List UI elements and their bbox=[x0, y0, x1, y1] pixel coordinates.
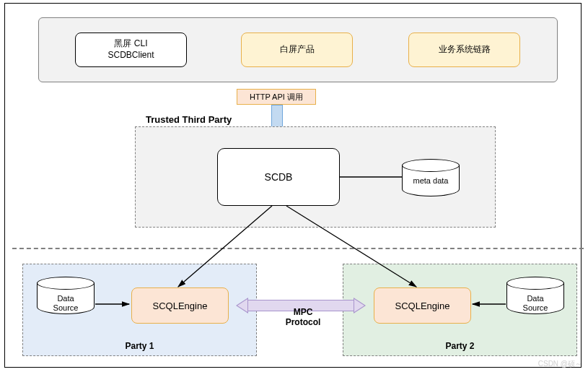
data-source-1-label: Data Source bbox=[37, 294, 95, 313]
data-source-2-label: Data Source bbox=[506, 294, 564, 313]
scdb-box: SCDB bbox=[217, 148, 340, 206]
http-api-label: HTTP API 调用 bbox=[237, 89, 316, 105]
clients-container: 黑屏 CLI SCDBClient 白屏产品 业务系统链路 bbox=[38, 17, 558, 82]
party1-label: Party 1 bbox=[23, 341, 256, 351]
mpc-protocol-label: MPC Protocol bbox=[274, 307, 332, 328]
meta-data-label: meta data bbox=[402, 176, 460, 186]
scql-engine-1-box: SCQLEngine bbox=[131, 287, 229, 324]
party2-label: Party 2 bbox=[343, 341, 576, 351]
scql-engine-2-box: SCQLEngine bbox=[374, 287, 471, 324]
white-product-label: 白屏产品 bbox=[280, 44, 315, 56]
cli-client-box: 黑屏 CLI SCDBClient bbox=[75, 33, 187, 67]
cli-line1: 黑屏 CLI bbox=[114, 38, 147, 50]
ttp-title: Trusted Third Party bbox=[146, 114, 232, 125]
biz-link-box: 业务系统链路 bbox=[408, 33, 520, 67]
horizontal-divider bbox=[12, 248, 584, 249]
watermark: CSDN @硕～ bbox=[538, 359, 582, 369]
data-source-2-icon: Data Source bbox=[506, 277, 564, 320]
scdb-label: SCDB bbox=[265, 171, 293, 183]
cli-line2: SCDBClient bbox=[107, 50, 154, 61]
scql-engine-1-label: SCQLEngine bbox=[153, 300, 208, 311]
scql-engine-2-label: SCQLEngine bbox=[395, 300, 450, 311]
meta-data-db-icon: meta data bbox=[402, 159, 460, 202]
biz-link-label: 业务系统链路 bbox=[439, 44, 491, 56]
diagram-frame: 黑屏 CLI SCDBClient 白屏产品 业务系统链路 HTTP API 调… bbox=[4, 3, 582, 368]
data-source-1-icon: Data Source bbox=[37, 277, 95, 320]
white-product-box: 白屏产品 bbox=[241, 33, 353, 67]
